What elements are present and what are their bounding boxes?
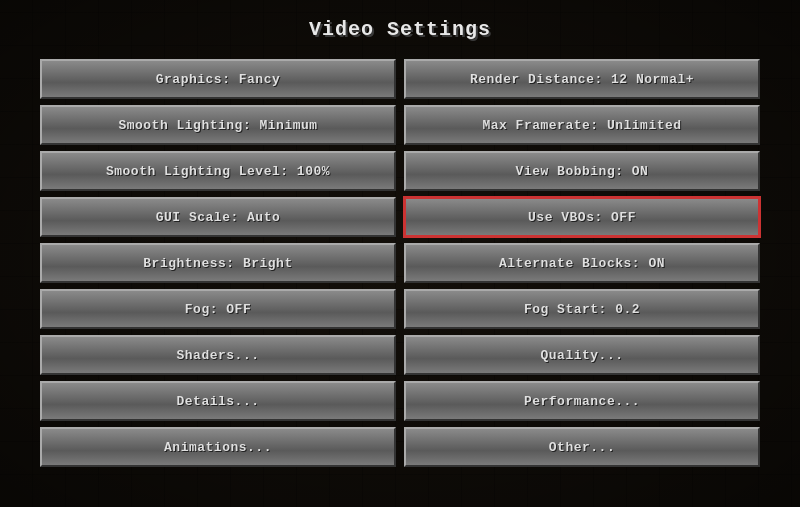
render-distance-button[interactable]: Render Distance: 12 Normal+ <box>404 59 760 99</box>
animations-button[interactable]: Animations... <box>40 427 396 467</box>
shaders-button[interactable]: Shaders... <box>40 335 396 375</box>
other-button[interactable]: Other... <box>404 427 760 467</box>
smooth-lighting-level-button[interactable]: Smooth Lighting Level: 100% <box>40 151 396 191</box>
quality-button[interactable]: Quality... <box>404 335 760 375</box>
max-framerate-button[interactable]: Max Framerate: Unlimited <box>404 105 760 145</box>
gui-scale-button[interactable]: GUI Scale: Auto <box>40 197 396 237</box>
settings-grid: Graphics: FancyRender Distance: 12 Norma… <box>40 59 760 467</box>
details-button[interactable]: Details... <box>40 381 396 421</box>
graphics-button[interactable]: Graphics: Fancy <box>40 59 396 99</box>
fog-button[interactable]: Fog: OFF <box>40 289 396 329</box>
main-container: Video Settings Graphics: FancyRender Dis… <box>0 0 800 507</box>
performance-button[interactable]: Performance... <box>404 381 760 421</box>
view-bobbing-button[interactable]: View Bobbing: ON <box>404 151 760 191</box>
brightness-button[interactable]: Brightness: Bright <box>40 243 396 283</box>
fog-start-button[interactable]: Fog Start: 0.2 <box>404 289 760 329</box>
use-vbos-button[interactable]: Use VBOs: OFF <box>404 197 760 237</box>
alternate-blocks-button[interactable]: Alternate Blocks: ON <box>404 243 760 283</box>
page-title: Video Settings <box>309 18 491 41</box>
smooth-lighting-button[interactable]: Smooth Lighting: Minimum <box>40 105 396 145</box>
